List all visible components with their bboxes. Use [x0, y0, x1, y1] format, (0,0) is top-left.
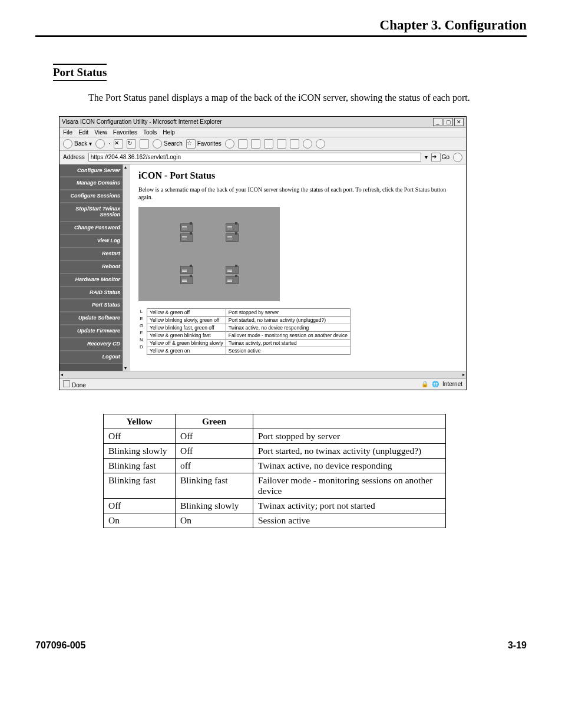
legend-row: Yellow & green blinking fastFailover mod… [147, 331, 351, 339]
main-panel: iCON - Port Status Below is a schematic … [130, 164, 466, 371]
horizontal-scrollbar[interactable]: ◂▸ [59, 371, 466, 378]
menu-favorites[interactable]: Favorites [113, 129, 137, 136]
port-slot [226, 276, 239, 284]
zone-icon: 🌐 [432, 381, 439, 387]
footer-page-number: 3-19 [508, 640, 527, 651]
sidebar-item-update-firmware[interactable]: Update Firmware [59, 325, 130, 338]
legend-row: Yellow & green onSession active [147, 347, 351, 354]
status-done: Done [63, 380, 86, 388]
footer-doc-number: 707096-005 [35, 640, 85, 651]
menu-edit[interactable]: Edit [78, 129, 88, 136]
toolbar: Back ▾ · ✕ ↻ Search ☆Favorites [59, 137, 466, 151]
print-icon[interactable] [251, 139, 260, 149]
sidebar-item-change-password[interactable]: Change Password [59, 222, 130, 235]
lock-icon: 🔒 [421, 381, 428, 387]
sidebar-item-manage-domains[interactable]: Manage Domains [59, 177, 130, 190]
table-row: OnOnSession active [104, 513, 446, 528]
sidebar-item-hardware-monitor[interactable]: Hardware Monitor [59, 274, 130, 286]
table-row: Blinking slowlyOffPort started, no twina… [104, 443, 446, 458]
th-desc [253, 414, 446, 429]
port-slot [180, 223, 193, 232]
extra-icon-2[interactable] [290, 139, 299, 149]
legend-row: Yellow blinking slowly, green offPort st… [147, 316, 351, 324]
address-label: Address [63, 154, 85, 160]
port-slot [180, 233, 193, 242]
sidebar-item-raid-status[interactable]: RAID Status [59, 286, 130, 299]
port-map [138, 207, 280, 301]
status-zone: Internet [442, 381, 462, 387]
sidebar-scrollbar[interactable] [123, 164, 130, 371]
legend-row: Yellow blinking fast, green offTwinax ac… [147, 324, 351, 331]
sidebar-item-recovery-cd[interactable]: Recovery CD [59, 338, 130, 351]
links-icon[interactable] [453, 153, 462, 162]
search-button[interactable]: Search [153, 139, 183, 149]
browser-screenshot: Visara ICON Configuration Utility - Micr… [59, 116, 467, 390]
sidebar-item-logout[interactable]: Logout [59, 351, 130, 364]
history-icon[interactable] [225, 139, 234, 149]
home-icon[interactable] [140, 139, 149, 149]
url-input[interactable] [88, 153, 421, 162]
close-button[interactable]: ✕ [454, 118, 464, 126]
menu-bar: File Edit View Favorites Tools Help [59, 128, 466, 137]
port-slot [226, 223, 239, 232]
table-row: Blinking fastoffTwinax active, no device… [104, 458, 446, 473]
minimize-button[interactable]: _ [433, 118, 442, 126]
legend-table: Yellow & green offPort stopped by server… [147, 308, 351, 355]
legend-row: Yellow off & green blinking slowlyTwinax… [147, 339, 351, 347]
go-button[interactable]: ➜Go [431, 153, 449, 162]
port-slot [226, 233, 239, 242]
sidebar-item-restart[interactable]: Restart [59, 248, 130, 261]
port-slot [180, 266, 193, 274]
maximize-button[interactable]: ▢ [444, 118, 453, 126]
window-titlebar: Visara ICON Configuration Utility - Micr… [59, 117, 466, 128]
table-row: Blinking fastBlinking fastFailover mode … [104, 473, 446, 498]
page-footer: 707096-005 3-19 [35, 640, 527, 651]
table-header-row: Yellow Green [104, 414, 446, 429]
legend-label: LEGEND [138, 308, 144, 351]
menu-file[interactable]: File [63, 129, 72, 136]
search-icon [153, 139, 162, 149]
menu-help[interactable]: Help [163, 129, 175, 136]
star-icon: ☆ [186, 139, 196, 149]
legend: LEGEND Yellow & green offPort stopped by… [138, 308, 458, 355]
go-icon: ➜ [431, 153, 441, 162]
back-icon [63, 139, 72, 149]
edit-icon[interactable] [264, 139, 273, 149]
menu-view[interactable]: View [94, 129, 107, 136]
th-green: Green [176, 414, 253, 429]
refresh-icon[interactable]: ↻ [127, 139, 136, 149]
section-title: Port Status [53, 64, 107, 81]
sidebar-item-view-log[interactable]: View Log [59, 235, 130, 248]
port-slot [226, 266, 239, 274]
extra-icon-3[interactable] [303, 139, 312, 149]
favorites-button[interactable]: ☆Favorites [186, 139, 222, 149]
sidebar: Configure Server Manage Domains Configur… [59, 164, 130, 371]
main-description: Below is a schematic map of the back of … [138, 186, 458, 201]
body-text: The Port Status panel displays a map of … [88, 91, 491, 104]
sidebar-item-update-software[interactable]: Update Software [59, 312, 130, 325]
extra-icon-1[interactable] [277, 139, 286, 149]
status-bar: Done 🔒 🌐 Internet [59, 378, 466, 390]
table-row: OffBlinking slowlyTwinax activity; port … [104, 498, 446, 513]
menu-tools[interactable]: Tools [143, 129, 157, 136]
table-row: OffOffPort stopped by server [104, 429, 446, 443]
legend-row: Yellow & green offPort stopped by server [147, 308, 351, 316]
sidebar-item-reboot[interactable]: Reboot [59, 261, 130, 274]
address-bar: Address ▾ ➜Go [59, 151, 466, 164]
mail-icon[interactable] [238, 139, 247, 149]
sidebar-item-port-status[interactable]: Port Status [59, 299, 130, 312]
sidebar-item-stop-start-twinax[interactable]: Stop/Start Twinax Session [59, 203, 130, 222]
window-title: Visara ICON Configuration Utility - Micr… [62, 118, 222, 125]
port-slot [180, 276, 193, 284]
main-heading: iCON - Port Status [138, 170, 458, 181]
extra-icon-4[interactable] [316, 139, 325, 149]
chapter-header: Chapter 3. Configuration [35, 18, 527, 37]
forward-icon[interactable] [95, 139, 105, 149]
back-button[interactable]: Back ▾ [63, 139, 92, 149]
status-table: Yellow Green OffOffPort stopped by serve… [103, 414, 446, 528]
sidebar-item-configure-sessions[interactable]: Configure Sessions [59, 190, 130, 203]
sidebar-item-configure-server[interactable]: Configure Server [59, 164, 130, 177]
th-yellow: Yellow [104, 414, 176, 429]
stop-icon[interactable]: ✕ [114, 139, 123, 149]
